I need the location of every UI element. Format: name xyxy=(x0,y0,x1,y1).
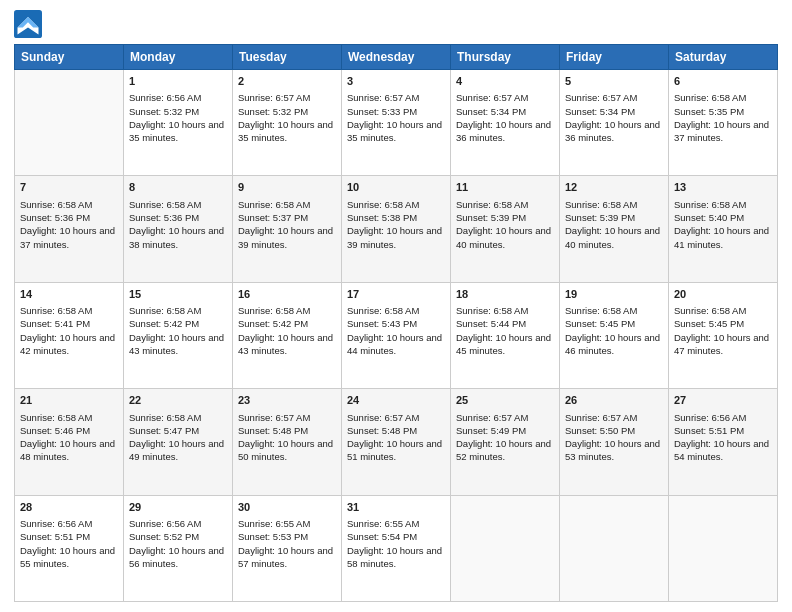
calendar-week-row: 1Sunrise: 6:56 AMSunset: 5:32 PMDaylight… xyxy=(15,70,778,176)
calendar-cell: 13Sunrise: 6:58 AMSunset: 5:40 PMDayligh… xyxy=(669,176,778,282)
calendar-cell: 6Sunrise: 6:58 AMSunset: 5:35 PMDaylight… xyxy=(669,70,778,176)
daylight-text: Daylight: 10 hours and 36 minutes. xyxy=(565,118,663,145)
day-number: 8 xyxy=(129,180,227,195)
day-number: 26 xyxy=(565,393,663,408)
day-number: 5 xyxy=(565,74,663,89)
daylight-text: Daylight: 10 hours and 39 minutes. xyxy=(238,224,336,251)
day-number: 30 xyxy=(238,500,336,515)
daylight-text: Daylight: 10 hours and 46 minutes. xyxy=(565,331,663,358)
day-number: 20 xyxy=(674,287,772,302)
day-number: 18 xyxy=(456,287,554,302)
sunset-text: Sunset: 5:51 PM xyxy=(674,424,772,437)
day-number: 3 xyxy=(347,74,445,89)
sunrise-text: Sunrise: 6:57 AM xyxy=(238,411,336,424)
sunrise-text: Sunrise: 6:58 AM xyxy=(456,304,554,317)
sunset-text: Sunset: 5:48 PM xyxy=(347,424,445,437)
calendar-cell: 5Sunrise: 6:57 AMSunset: 5:34 PMDaylight… xyxy=(560,70,669,176)
calendar-cell: 2Sunrise: 6:57 AMSunset: 5:32 PMDaylight… xyxy=(233,70,342,176)
sunset-text: Sunset: 5:35 PM xyxy=(674,105,772,118)
sunset-text: Sunset: 5:41 PM xyxy=(20,317,118,330)
calendar-week-row: 21Sunrise: 6:58 AMSunset: 5:46 PMDayligh… xyxy=(15,389,778,495)
sunrise-text: Sunrise: 6:58 AM xyxy=(20,411,118,424)
daylight-text: Daylight: 10 hours and 41 minutes. xyxy=(674,224,772,251)
sunset-text: Sunset: 5:39 PM xyxy=(456,211,554,224)
daylight-text: Daylight: 10 hours and 39 minutes. xyxy=(347,224,445,251)
calendar-cell: 16Sunrise: 6:58 AMSunset: 5:42 PMDayligh… xyxy=(233,282,342,388)
sunrise-text: Sunrise: 6:58 AM xyxy=(129,198,227,211)
sunrise-text: Sunrise: 6:58 AM xyxy=(129,304,227,317)
sunset-text: Sunset: 5:44 PM xyxy=(456,317,554,330)
day-number: 29 xyxy=(129,500,227,515)
day-number: 16 xyxy=(238,287,336,302)
sunrise-text: Sunrise: 6:58 AM xyxy=(565,304,663,317)
calendar-cell: 23Sunrise: 6:57 AMSunset: 5:48 PMDayligh… xyxy=(233,389,342,495)
header xyxy=(14,10,778,38)
sunset-text: Sunset: 5:47 PM xyxy=(129,424,227,437)
sunset-text: Sunset: 5:37 PM xyxy=(238,211,336,224)
daylight-text: Daylight: 10 hours and 35 minutes. xyxy=(238,118,336,145)
day-number: 11 xyxy=(456,180,554,195)
calendar-cell: 21Sunrise: 6:58 AMSunset: 5:46 PMDayligh… xyxy=(15,389,124,495)
sunrise-text: Sunrise: 6:58 AM xyxy=(347,198,445,211)
daylight-text: Daylight: 10 hours and 44 minutes. xyxy=(347,331,445,358)
sunrise-text: Sunrise: 6:58 AM xyxy=(129,411,227,424)
col-header-tuesday: Tuesday xyxy=(233,45,342,70)
calendar-cell: 12Sunrise: 6:58 AMSunset: 5:39 PMDayligh… xyxy=(560,176,669,282)
sunrise-text: Sunrise: 6:57 AM xyxy=(238,91,336,104)
sunset-text: Sunset: 5:54 PM xyxy=(347,530,445,543)
sunset-text: Sunset: 5:48 PM xyxy=(238,424,336,437)
sunrise-text: Sunrise: 6:58 AM xyxy=(20,304,118,317)
sunrise-text: Sunrise: 6:57 AM xyxy=(456,91,554,104)
calendar-cell: 17Sunrise: 6:58 AMSunset: 5:43 PMDayligh… xyxy=(342,282,451,388)
sunrise-text: Sunrise: 6:58 AM xyxy=(20,198,118,211)
sunrise-text: Sunrise: 6:58 AM xyxy=(565,198,663,211)
day-number: 24 xyxy=(347,393,445,408)
daylight-text: Daylight: 10 hours and 38 minutes. xyxy=(129,224,227,251)
calendar-cell: 11Sunrise: 6:58 AMSunset: 5:39 PMDayligh… xyxy=(451,176,560,282)
sunrise-text: Sunrise: 6:55 AM xyxy=(238,517,336,530)
sunset-text: Sunset: 5:36 PM xyxy=(129,211,227,224)
sunset-text: Sunset: 5:38 PM xyxy=(347,211,445,224)
day-number: 9 xyxy=(238,180,336,195)
day-number: 6 xyxy=(674,74,772,89)
sunset-text: Sunset: 5:32 PM xyxy=(129,105,227,118)
day-number: 12 xyxy=(565,180,663,195)
sunset-text: Sunset: 5:52 PM xyxy=(129,530,227,543)
calendar-cell: 4Sunrise: 6:57 AMSunset: 5:34 PMDaylight… xyxy=(451,70,560,176)
sunrise-text: Sunrise: 6:57 AM xyxy=(565,91,663,104)
sunrise-text: Sunrise: 6:58 AM xyxy=(674,91,772,104)
sunset-text: Sunset: 5:32 PM xyxy=(238,105,336,118)
sunset-text: Sunset: 5:51 PM xyxy=(20,530,118,543)
day-number: 22 xyxy=(129,393,227,408)
day-number: 19 xyxy=(565,287,663,302)
day-number: 14 xyxy=(20,287,118,302)
sunset-text: Sunset: 5:50 PM xyxy=(565,424,663,437)
sunrise-text: Sunrise: 6:57 AM xyxy=(347,91,445,104)
daylight-text: Daylight: 10 hours and 37 minutes. xyxy=(20,224,118,251)
daylight-text: Daylight: 10 hours and 37 minutes. xyxy=(674,118,772,145)
sunrise-text: Sunrise: 6:55 AM xyxy=(347,517,445,530)
sunset-text: Sunset: 5:39 PM xyxy=(565,211,663,224)
day-number: 15 xyxy=(129,287,227,302)
calendar-cell: 22Sunrise: 6:58 AMSunset: 5:47 PMDayligh… xyxy=(124,389,233,495)
day-number: 4 xyxy=(456,74,554,89)
calendar-cell: 10Sunrise: 6:58 AMSunset: 5:38 PMDayligh… xyxy=(342,176,451,282)
day-number: 27 xyxy=(674,393,772,408)
calendar-cell: 18Sunrise: 6:58 AMSunset: 5:44 PMDayligh… xyxy=(451,282,560,388)
day-number: 2 xyxy=(238,74,336,89)
sunrise-text: Sunrise: 6:57 AM xyxy=(565,411,663,424)
calendar-cell: 3Sunrise: 6:57 AMSunset: 5:33 PMDaylight… xyxy=(342,70,451,176)
daylight-text: Daylight: 10 hours and 40 minutes. xyxy=(456,224,554,251)
calendar-page: SundayMondayTuesdayWednesdayThursdayFrid… xyxy=(0,0,792,612)
daylight-text: Daylight: 10 hours and 51 minutes. xyxy=(347,437,445,464)
calendar-cell: 26Sunrise: 6:57 AMSunset: 5:50 PMDayligh… xyxy=(560,389,669,495)
calendar-cell xyxy=(15,70,124,176)
calendar-cell: 27Sunrise: 6:56 AMSunset: 5:51 PMDayligh… xyxy=(669,389,778,495)
daylight-text: Daylight: 10 hours and 52 minutes. xyxy=(456,437,554,464)
daylight-text: Daylight: 10 hours and 49 minutes. xyxy=(129,437,227,464)
calendar-week-row: 28Sunrise: 6:56 AMSunset: 5:51 PMDayligh… xyxy=(15,495,778,601)
calendar-cell xyxy=(451,495,560,601)
calendar-cell: 19Sunrise: 6:58 AMSunset: 5:45 PMDayligh… xyxy=(560,282,669,388)
daylight-text: Daylight: 10 hours and 35 minutes. xyxy=(347,118,445,145)
calendar-cell: 9Sunrise: 6:58 AMSunset: 5:37 PMDaylight… xyxy=(233,176,342,282)
